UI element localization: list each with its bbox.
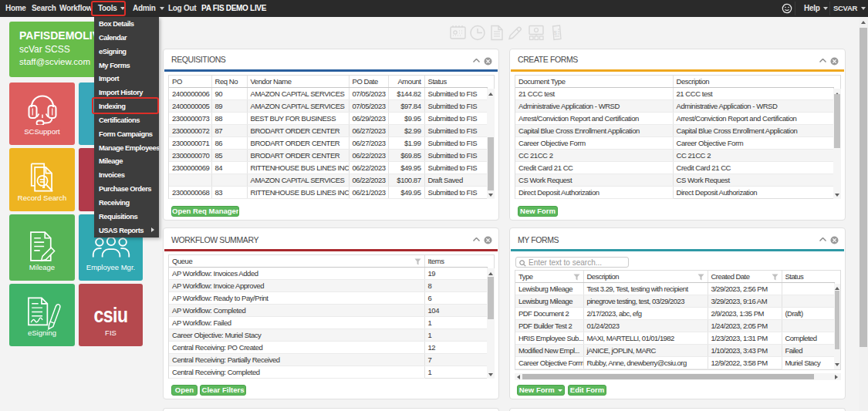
svg-text:$: $ <box>554 29 558 36</box>
